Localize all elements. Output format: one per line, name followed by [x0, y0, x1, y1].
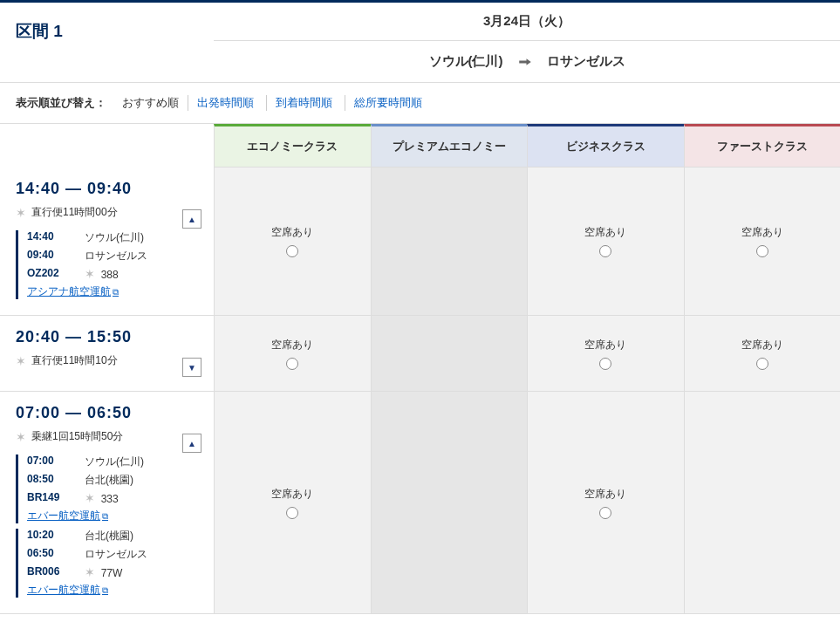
flight-meta: ✶乗継1回15時間50分	[16, 429, 198, 444]
external-link-icon: ⧉	[102, 511, 108, 522]
sort-link-duration[interactable]: 総所要時間順	[345, 95, 431, 111]
flight-leg: 10:20台北(桃園)06:50ロサンゼルスBR006✶ 77Wエバー航空運航 …	[16, 529, 198, 598]
sort-selected: おすすめ順	[117, 95, 184, 111]
star-alliance-icon: ✶	[16, 430, 26, 444]
availability-label: 空席あり	[741, 338, 783, 352]
airplane-icon	[517, 54, 533, 70]
fare-radio[interactable]	[286, 245, 298, 257]
class-header-premium: プレミアムエコノミー	[371, 124, 528, 167]
fare-radio[interactable]	[286, 507, 298, 519]
availability-label: 空席あり	[271, 487, 313, 502]
operator-link[interactable]: エバー航空運航 ⧉	[27, 583, 108, 598]
sort-label: 表示順並び替え：	[16, 95, 106, 111]
flight-time: 20:40 — 15:50	[16, 328, 198, 346]
fare-cell-economy: 空席あり	[214, 167, 371, 315]
fare-cell-premium	[371, 392, 528, 613]
star-alliance-icon: ✶	[85, 565, 95, 579]
fare-cell-first	[684, 392, 841, 613]
fare-cell-premium	[371, 167, 528, 315]
fare-cell-economy: 空席あり	[214, 392, 371, 613]
expand-toggle[interactable]: ▲	[182, 209, 201, 229]
flight-time: 14:40 — 09:40	[16, 180, 198, 198]
flight-meta: ✶直行便11時間10分	[16, 353, 198, 368]
origin-label: ソウル(仁川)	[429, 53, 503, 70]
availability-label: 空席あり	[584, 338, 626, 352]
fare-cell-premium	[371, 316, 528, 391]
fare-cell-business: 空席あり	[527, 392, 684, 613]
sort-link-departure[interactable]: 出発時間順	[188, 95, 263, 111]
fare-radio[interactable]	[286, 358, 298, 370]
class-header-spacer	[0, 124, 214, 167]
availability-label: 空席あり	[271, 225, 313, 240]
class-header-business: ビジネスクラス	[527, 124, 684, 167]
date-header: 3月24日（火）	[214, 3, 840, 41]
availability-label: 空席あり	[271, 338, 313, 352]
fare-radio[interactable]	[599, 358, 611, 370]
sort-bar: 表示順並び替え： おすすめ順 出発時間順 到着時間順 総所要時間順	[0, 83, 840, 124]
external-link-icon: ⧉	[102, 585, 108, 596]
star-alliance-icon: ✶	[85, 267, 95, 281]
fare-cell-economy: 空席あり	[214, 316, 371, 391]
expand-toggle[interactable]: ▲	[182, 434, 201, 453]
expand-toggle[interactable]: ▼	[182, 358, 201, 377]
fare-cell-first: 空席あり	[684, 316, 841, 391]
star-alliance-icon: ✶	[16, 354, 26, 368]
segment-label: 区間 1	[0, 3, 214, 82]
flight-leg: 07:00ソウル(仁川)08:50台北(桃園)BR149✶ 333エバー航空運航…	[16, 455, 198, 523]
sort-link-arrival[interactable]: 到着時間順	[266, 95, 341, 111]
destination-label: ロサンゼルス	[547, 53, 625, 70]
availability-label: 空席あり	[584, 487, 626, 502]
flight-leg: 14:40ソウル(仁川)09:40ロサンゼルスOZ202✶ 388アシアナ航空運…	[16, 230, 198, 299]
route-header: ソウル(仁川) ロサンゼルス	[214, 41, 840, 82]
fare-cell-business: 空席あり	[527, 316, 684, 391]
class-header-economy: エコノミークラス	[214, 124, 371, 167]
fare-radio[interactable]	[599, 245, 611, 257]
flight-time: 07:00 — 06:50	[16, 404, 198, 422]
operator-link[interactable]: エバー航空運航 ⧉	[27, 509, 108, 523]
star-alliance-icon: ✶	[16, 206, 26, 220]
external-link-icon: ⧉	[113, 287, 119, 297]
class-header-first: ファーストクラス	[684, 124, 841, 167]
star-alliance-icon: ✶	[85, 491, 95, 505]
operator-link[interactable]: アシアナ航空運航 ⧉	[27, 284, 119, 299]
flight-meta: ✶直行便11時間00分	[16, 205, 198, 220]
fare-radio[interactable]	[599, 507, 611, 519]
availability-label: 空席あり	[584, 225, 626, 240]
availability-label: 空席あり	[741, 225, 783, 240]
fare-cell-business: 空席あり	[527, 167, 684, 315]
fare-cell-first: 空席あり	[684, 167, 841, 315]
fare-radio[interactable]	[756, 245, 768, 257]
fare-radio[interactable]	[756, 358, 768, 370]
